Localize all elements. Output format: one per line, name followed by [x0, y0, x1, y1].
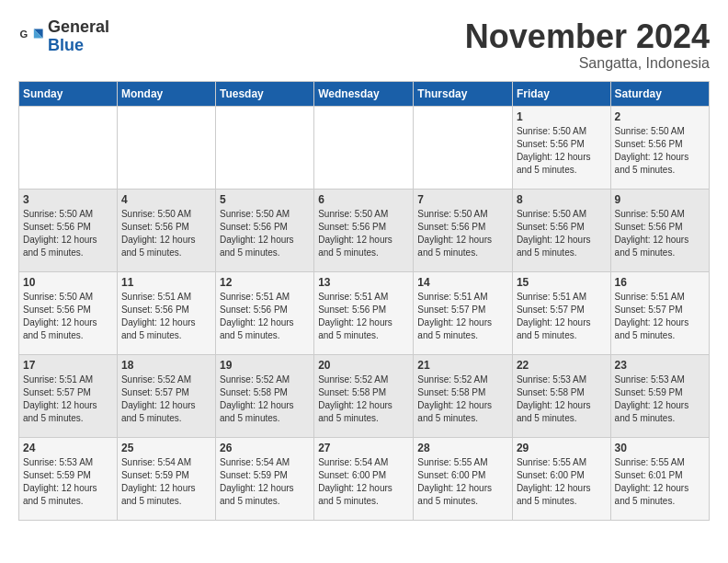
day-cell: 11Sunrise: 5:51 AM Sunset: 5:56 PM Dayli…: [117, 271, 215, 354]
day-number: 12: [220, 276, 310, 289]
day-number: 22: [517, 359, 607, 372]
day-info: Sunrise: 5:53 AM Sunset: 5:59 PM Dayligh…: [615, 373, 705, 425]
day-cell: 13Sunrise: 5:51 AM Sunset: 5:56 PM Dayli…: [314, 271, 414, 354]
day-cell: 15Sunrise: 5:51 AM Sunset: 5:57 PM Dayli…: [512, 271, 610, 354]
day-cell: 25Sunrise: 5:54 AM Sunset: 5:59 PM Dayli…: [117, 437, 215, 520]
header-monday: Monday: [117, 81, 215, 106]
day-cell: 16Sunrise: 5:51 AM Sunset: 5:57 PM Dayli…: [610, 271, 709, 354]
day-info: Sunrise: 5:54 AM Sunset: 5:59 PM Dayligh…: [121, 456, 211, 508]
day-info: Sunrise: 5:50 AM Sunset: 5:56 PM Dayligh…: [615, 125, 705, 177]
day-number: 14: [417, 276, 508, 289]
day-number: 27: [318, 442, 409, 454]
day-cell: 3Sunrise: 5:50 AM Sunset: 5:56 PM Daylig…: [19, 189, 118, 271]
day-number: 1: [517, 110, 607, 123]
day-number: 8: [517, 193, 607, 206]
day-cell: 27Sunrise: 5:54 AM Sunset: 6:00 PM Dayli…: [314, 437, 414, 520]
day-number: 7: [417, 193, 508, 206]
day-info: Sunrise: 5:52 AM Sunset: 5:58 PM Dayligh…: [417, 373, 508, 425]
day-number: 13: [318, 276, 409, 289]
day-info: Sunrise: 5:50 AM Sunset: 5:56 PM Dayligh…: [318, 208, 409, 259]
day-cell: [414, 106, 513, 189]
day-cell: 10Sunrise: 5:50 AM Sunset: 5:56 PM Dayli…: [19, 271, 118, 354]
day-cell: 22Sunrise: 5:53 AM Sunset: 5:58 PM Dayli…: [512, 354, 610, 437]
week-row-5: 24Sunrise: 5:53 AM Sunset: 5:59 PM Dayli…: [19, 437, 710, 520]
day-cell: 1Sunrise: 5:50 AM Sunset: 5:56 PM Daylig…: [512, 106, 610, 189]
day-number: 3: [23, 193, 113, 206]
day-number: 20: [318, 359, 409, 372]
day-info: Sunrise: 5:52 AM Sunset: 5:57 PM Dayligh…: [121, 373, 211, 425]
day-info: Sunrise: 5:50 AM Sunset: 5:56 PM Dayligh…: [615, 208, 705, 259]
day-cell: 4Sunrise: 5:50 AM Sunset: 5:56 PM Daylig…: [117, 189, 215, 271]
day-cell: 21Sunrise: 5:52 AM Sunset: 5:58 PM Dayli…: [414, 354, 513, 437]
day-cell: [314, 106, 414, 189]
day-cell: 24Sunrise: 5:53 AM Sunset: 5:59 PM Dayli…: [19, 437, 118, 520]
day-number: 9: [615, 193, 705, 206]
day-number: 26: [220, 442, 310, 454]
day-number: 11: [121, 276, 211, 289]
day-cell: 28Sunrise: 5:55 AM Sunset: 6:00 PM Dayli…: [414, 437, 513, 520]
logo: G General Blue: [18, 18, 109, 55]
week-row-2: 3Sunrise: 5:50 AM Sunset: 5:56 PM Daylig…: [19, 189, 710, 271]
day-cell: [216, 106, 314, 189]
header-saturday: Saturday: [610, 81, 709, 106]
day-cell: 14Sunrise: 5:51 AM Sunset: 5:57 PM Dayli…: [414, 271, 513, 354]
day-number: 23: [615, 359, 705, 372]
day-info: Sunrise: 5:55 AM Sunset: 6:00 PM Dayligh…: [517, 456, 607, 508]
day-number: 21: [417, 359, 508, 372]
logo-line2: Blue: [48, 37, 109, 55]
day-info: Sunrise: 5:52 AM Sunset: 5:58 PM Dayligh…: [220, 373, 310, 425]
day-info: Sunrise: 5:50 AM Sunset: 5:56 PM Dayligh…: [23, 291, 113, 342]
day-number: 4: [121, 193, 211, 206]
day-number: 10: [23, 276, 113, 289]
day-info: Sunrise: 5:54 AM Sunset: 6:00 PM Dayligh…: [318, 456, 409, 508]
day-info: Sunrise: 5:50 AM Sunset: 5:56 PM Dayligh…: [517, 125, 607, 177]
day-cell: 17Sunrise: 5:51 AM Sunset: 5:57 PM Dayli…: [19, 354, 118, 437]
week-row-1: 1Sunrise: 5:50 AM Sunset: 5:56 PM Daylig…: [19, 106, 710, 189]
day-cell: 2Sunrise: 5:50 AM Sunset: 5:56 PM Daylig…: [610, 106, 709, 189]
header-tuesday: Tuesday: [216, 81, 314, 106]
day-info: Sunrise: 5:51 AM Sunset: 5:57 PM Dayligh…: [615, 291, 705, 342]
day-number: 5: [220, 193, 310, 206]
day-cell: 5Sunrise: 5:50 AM Sunset: 5:56 PM Daylig…: [216, 189, 314, 271]
day-info: Sunrise: 5:51 AM Sunset: 5:57 PM Dayligh…: [417, 291, 508, 342]
header-row: SundayMondayTuesdayWednesdayThursdayFrid…: [19, 81, 710, 106]
day-info: Sunrise: 5:52 AM Sunset: 5:58 PM Dayligh…: [318, 373, 409, 425]
header-thursday: Thursday: [414, 81, 513, 106]
day-info: Sunrise: 5:53 AM Sunset: 5:58 PM Dayligh…: [517, 373, 607, 425]
day-info: Sunrise: 5:50 AM Sunset: 5:56 PM Dayligh…: [121, 208, 211, 259]
day-number: 15: [517, 276, 607, 289]
day-number: 29: [517, 442, 607, 454]
logo-icon: G: [18, 24, 44, 50]
day-cell: 20Sunrise: 5:52 AM Sunset: 5:58 PM Dayli…: [314, 354, 414, 437]
logo-line1: General: [48, 18, 109, 37]
day-cell: 8Sunrise: 5:50 AM Sunset: 5:56 PM Daylig…: [512, 189, 610, 271]
day-cell: 12Sunrise: 5:51 AM Sunset: 5:56 PM Dayli…: [216, 271, 314, 354]
day-number: 30: [615, 442, 705, 454]
day-cell: 29Sunrise: 5:55 AM Sunset: 6:00 PM Dayli…: [512, 437, 610, 520]
day-info: Sunrise: 5:54 AM Sunset: 5:59 PM Dayligh…: [220, 456, 310, 508]
calendar-table: SundayMondayTuesdayWednesdayThursdayFrid…: [18, 81, 710, 521]
week-row-3: 10Sunrise: 5:50 AM Sunset: 5:56 PM Dayli…: [19, 271, 710, 354]
day-info: Sunrise: 5:51 AM Sunset: 5:57 PM Dayligh…: [23, 373, 113, 425]
day-cell: 30Sunrise: 5:55 AM Sunset: 6:01 PM Dayli…: [610, 437, 709, 520]
day-cell: [117, 106, 215, 189]
day-info: Sunrise: 5:55 AM Sunset: 6:00 PM Dayligh…: [417, 456, 508, 508]
title-section: November 2024 Sangatta, Indonesia: [465, 18, 710, 72]
day-cell: 26Sunrise: 5:54 AM Sunset: 5:59 PM Dayli…: [216, 437, 314, 520]
day-number: 16: [615, 276, 705, 289]
header-wednesday: Wednesday: [314, 81, 414, 106]
day-number: 17: [23, 359, 113, 372]
header-sunday: Sunday: [19, 81, 118, 106]
location: Sangatta, Indonesia: [465, 55, 710, 72]
day-cell: [19, 106, 118, 189]
day-cell: 18Sunrise: 5:52 AM Sunset: 5:57 PM Dayli…: [117, 354, 215, 437]
day-number: 18: [121, 359, 211, 372]
day-info: Sunrise: 5:51 AM Sunset: 5:57 PM Dayligh…: [517, 291, 607, 342]
day-cell: 19Sunrise: 5:52 AM Sunset: 5:58 PM Dayli…: [216, 354, 314, 437]
day-info: Sunrise: 5:50 AM Sunset: 5:56 PM Dayligh…: [23, 208, 113, 259]
month-title: November 2024: [465, 18, 710, 55]
day-number: 28: [417, 442, 508, 454]
day-number: 25: [121, 442, 211, 454]
day-cell: 23Sunrise: 5:53 AM Sunset: 5:59 PM Dayli…: [610, 354, 709, 437]
day-info: Sunrise: 5:51 AM Sunset: 5:56 PM Dayligh…: [121, 291, 211, 342]
